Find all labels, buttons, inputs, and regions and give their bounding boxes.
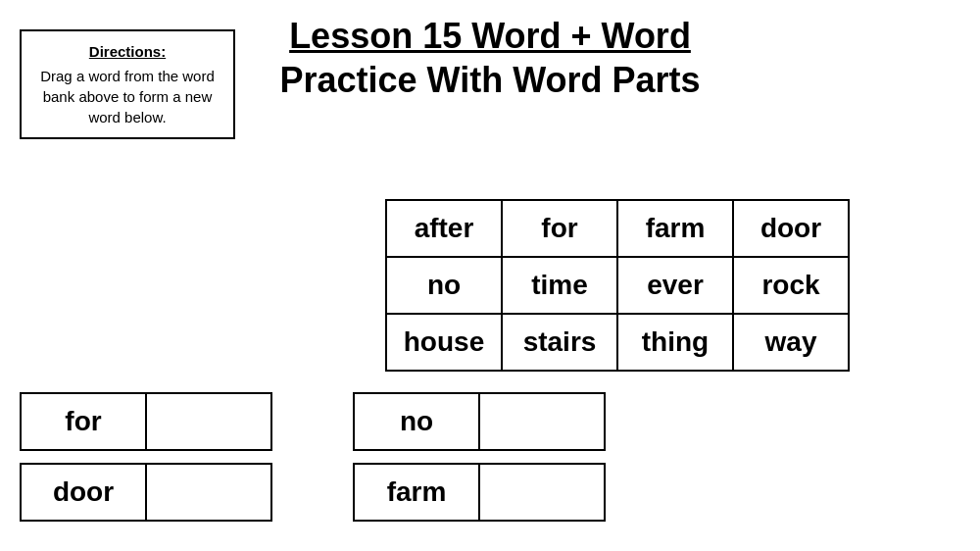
practice-left-drop-1[interactable] (145, 463, 272, 522)
practice-right-drop-1[interactable] (478, 463, 606, 522)
practice-right-drop-0[interactable] (478, 392, 606, 451)
practice-left: fordoor (20, 392, 272, 522)
word-cell-rock[interactable]: rock (732, 256, 850, 315)
word-cell-ever[interactable]: ever (616, 256, 734, 315)
practice-right-word-1: farm (353, 463, 480, 522)
word-cell-stairs[interactable]: stairs (501, 313, 618, 372)
word-cell-thing[interactable]: thing (616, 313, 734, 372)
word-cell-house[interactable]: house (385, 313, 503, 372)
practice-left-word-1: door (20, 463, 147, 522)
word-bank-row-1: notimeeverrock (386, 257, 849, 314)
word-bank: afterforfarmdoornotimeeverrockhousestair… (255, 200, 980, 371)
directions-title: Directions: (35, 41, 220, 62)
practice-left-row-1: door (20, 463, 272, 522)
directions-box: Directions: Drag a word from the word ba… (20, 29, 235, 139)
directions-body: Drag a word from the word bank above to … (40, 68, 215, 125)
practice-right-word-0: no (353, 392, 480, 451)
word-cell-after[interactable]: after (385, 199, 503, 258)
practice-left-drop-0[interactable] (145, 392, 272, 451)
word-cell-for[interactable]: for (501, 199, 618, 258)
word-cell-no[interactable]: no (385, 256, 503, 315)
practice-right-row-0: no (353, 392, 606, 451)
practice-left-word-0: for (20, 392, 147, 451)
word-cell-farm[interactable]: farm (616, 199, 734, 258)
word-cell-door[interactable]: door (732, 199, 850, 258)
practice-right-row-1: farm (353, 463, 606, 522)
practice-left-row-0: for (20, 392, 272, 451)
word-cell-way[interactable]: way (732, 313, 850, 372)
word-bank-row-0: afterforfarmdoor (386, 200, 849, 257)
word-cell-time[interactable]: time (501, 256, 618, 315)
word-bank-row-2: housestairsthingway (386, 314, 849, 371)
practice-right: nofarm (353, 392, 606, 522)
